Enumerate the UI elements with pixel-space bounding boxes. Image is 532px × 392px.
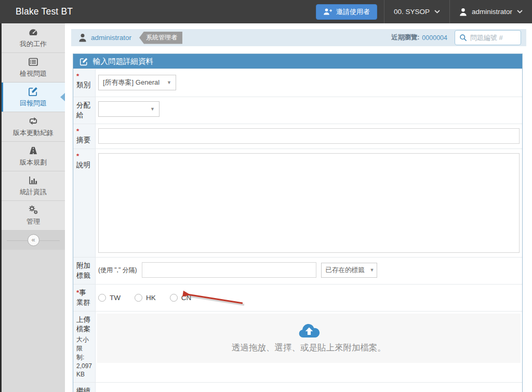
- active-item-arrow: [60, 93, 65, 101]
- chevron-down-icon: ▼: [167, 80, 171, 85]
- tags-separator-hint: (使用 "," 分隔): [98, 266, 137, 275]
- report-issue-panel: 輸入問題詳細資料 * 類別 [所有專案] General ▼ 分配 給: [73, 53, 523, 392]
- sidebar-item-roadmap[interactable]: 版本規劃: [2, 142, 65, 171]
- panel-header: 輸入問題詳細資料: [73, 54, 522, 69]
- recent-issue-link[interactable]: 0000004: [422, 34, 447, 42]
- sidebar-item-report-issue[interactable]: 回報問題: [2, 83, 65, 112]
- category-select[interactable]: [所有專案] General ▼: [98, 75, 176, 90]
- edit-icon: [28, 86, 38, 97]
- category-label: * 類別: [73, 69, 96, 97]
- roadmap-icon: [28, 145, 38, 156]
- field-row-summary: * 摘要: [73, 124, 522, 148]
- bar-chart-icon: [28, 175, 38, 185]
- sidebar: 我的工作 檢視問題 回報問題 版本更動紀錄 版本規劃 統計資訊: [0, 23, 65, 392]
- user-menu[interactable]: administrator: [449, 0, 532, 23]
- app-title: Blake Test BT: [16, 6, 73, 17]
- radio-option-hk[interactable]: HK: [135, 294, 156, 302]
- edit-icon: [79, 57, 88, 66]
- field-row-upload: 上傳 檔案 大小 限 制: 2,097 KB 透過拖放、選擇、或是貼上來附加檔案…: [73, 311, 522, 383]
- sidebar-item-changelog[interactable]: 版本更動紀錄: [2, 112, 65, 142]
- upload-size-limit: 大小 限 制: 2,097 KB: [76, 335, 94, 379]
- summary-input[interactable]: [98, 128, 520, 144]
- user-icon: [78, 33, 87, 42]
- description-textarea[interactable]: [98, 153, 520, 253]
- chevron-down-icon: [517, 10, 523, 13]
- panel-title: 輸入問題詳細資料: [93, 57, 153, 66]
- file-dropzone[interactable]: 透過拖放、選擇、或是貼上來附加檔案。: [97, 314, 521, 363]
- description-label: * 說明: [73, 149, 96, 257]
- radio-button[interactable]: [170, 294, 178, 302]
- sidebar-item-view-issues[interactable]: 檢視問題: [2, 53, 65, 83]
- cogs-icon: [28, 205, 38, 215]
- breadcrumb: administrator 系統管理者 近期瀏覽: 0000004: [71, 29, 526, 46]
- radio-button[interactable]: [135, 294, 142, 302]
- tags-input[interactable]: [142, 262, 316, 278]
- issue-search-box: [455, 30, 521, 45]
- field-row-assign-to: 分配 給 ▼: [73, 97, 522, 124]
- dashboard-icon: [28, 27, 38, 37]
- changelog-icon: [28, 116, 38, 126]
- radio-option-tw[interactable]: TW: [98, 294, 121, 302]
- recently-visited-label: 近期瀏覽:: [391, 33, 419, 42]
- breadcrumb-username-link[interactable]: administrator: [91, 34, 131, 42]
- business-unit-label: *事 業群: [73, 285, 96, 311]
- field-row-description: * 說明: [73, 148, 522, 257]
- field-row-category: * 類別 [所有專案] General ▼: [73, 69, 522, 97]
- field-row-business-unit: *事 業群 TW HK CN: [73, 284, 522, 311]
- chevron-down-icon: ▼: [150, 106, 155, 112]
- dropzone-text: 透過拖放、選擇、或是貼上來附加檔案。: [232, 342, 386, 354]
- cloud-upload-icon: [297, 323, 321, 341]
- assign-to-select[interactable]: ▼: [98, 101, 159, 117]
- sidebar-item-manage[interactable]: 管理: [2, 201, 65, 231]
- list-icon: [28, 57, 38, 67]
- top-navbar: Blake Test BT 邀請使用者 00. SYSOP administra…: [0, 0, 532, 23]
- issue-number-search-input[interactable]: [470, 34, 516, 42]
- radio-button[interactable]: [98, 294, 106, 302]
- user-icon: [459, 8, 467, 16]
- field-row-tags: 附加 標籤 (使用 "," 分隔) 已存在的標籤 ▼: [73, 257, 522, 284]
- field-row-continue: 繼續 回報 尚有其他問題需要回報: [73, 382, 522, 392]
- user-plus-icon: [323, 8, 332, 16]
- radio-option-cn[interactable]: CN: [170, 294, 192, 302]
- role-badge: 系統管理者: [139, 32, 182, 44]
- existing-tags-select[interactable]: 已存在的標籤 ▼: [321, 263, 377, 278]
- sidebar-collapse-row: «: [2, 231, 65, 250]
- search-icon: [459, 34, 467, 42]
- chevron-down-icon: [434, 10, 440, 13]
- sidebar-collapse-button[interactable]: «: [28, 234, 39, 246]
- assign-to-label: 分配 給: [73, 97, 96, 124]
- main-content: administrator 系統管理者 近期瀏覽: 0000004 輸入問題詳細…: [65, 23, 532, 392]
- continue-label: 繼續 回報: [73, 383, 96, 392]
- tags-label: 附加 標籤: [73, 258, 96, 284]
- invite-user-button[interactable]: 邀請使用者: [316, 4, 377, 20]
- summary-label: * 摘要: [73, 124, 96, 148]
- sidebar-item-summary[interactable]: 統計資訊: [2, 171, 65, 201]
- upload-label: 上傳 檔案 大小 限 制: 2,097 KB: [73, 312, 96, 383]
- chevron-down-icon: ▼: [370, 267, 375, 273]
- project-selector[interactable]: 00. SYSOP: [384, 0, 449, 23]
- sidebar-item-my-view[interactable]: 我的工作: [2, 23, 65, 53]
